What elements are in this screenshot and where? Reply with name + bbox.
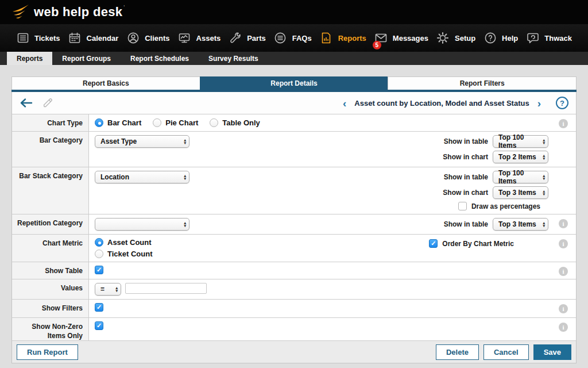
nav-item-help[interactable]: Help: [483, 32, 518, 45]
order-by-chart-metric-label: Order By Chart Metric: [442, 240, 514, 248]
thwack-icon: [526, 32, 539, 45]
select-value: Location: [100, 173, 129, 181]
nav-item-parts[interactable]: Parts: [229, 32, 266, 45]
nav-item-reports[interactable]: Reports: [320, 32, 366, 45]
info-icon[interactable]: i: [559, 219, 568, 228]
show-in-chart-label: Show in chart: [443, 153, 488, 161]
info-icon[interactable]: i: [559, 239, 568, 248]
show-table-checkbox[interactable]: ✓: [95, 266, 103, 274]
radio-icon: [95, 250, 103, 258]
radio-table-only[interactable]: Table Only: [210, 118, 260, 127]
nav-label: Calendar: [87, 34, 119, 43]
bar-stack-show-in-table-select[interactable]: Top 100 Items▴▾: [493, 171, 548, 183]
select-arrows-icon: ▴▾: [543, 190, 545, 195]
subnav-item-reports[interactable]: Reports: [7, 52, 52, 65]
tab-report-filters[interactable]: Report Filters: [388, 76, 577, 90]
delete-button[interactable]: Delete: [436, 344, 479, 360]
subnav-item-report-schedules[interactable]: Report Schedules: [121, 52, 199, 65]
order-by-chart-metric-checkbox[interactable]: ✓: [429, 239, 438, 248]
nav-label: Clients: [145, 34, 169, 43]
info-icon[interactable]: i: [559, 119, 568, 128]
show-non-zero-row: Show Non-Zero Items Only ✓ i: [12, 318, 576, 341]
subnav-item-survey-results[interactable]: Survey Results: [199, 52, 268, 65]
select-arrows-icon: ▴▾: [543, 139, 545, 144]
nav-label: FAQs: [292, 34, 312, 43]
nav-label: Reports: [338, 34, 366, 43]
check-icon: ✓: [431, 240, 436, 247]
nav-item-calendar[interactable]: Calendar: [68, 32, 119, 45]
radio-label: Ticket Count: [107, 250, 153, 258]
select-value: Top 100 Items: [498, 133, 539, 150]
nav-item-thwack[interactable]: Thwack: [526, 32, 572, 45]
draw-as-percentages-checkbox[interactable]: [458, 202, 467, 210]
tickets-icon: [16, 32, 29, 45]
show-table-row: Show Table ✓ i: [12, 262, 576, 279]
radio-selected-icon: [95, 238, 103, 247]
nav-item-setup[interactable]: Setup: [436, 32, 475, 45]
values-operator-select[interactable]: = ▴▾: [95, 283, 121, 296]
back-button[interactable]: [20, 97, 34, 109]
nav-item-assets[interactable]: Assets: [178, 32, 221, 45]
select-arrows-icon: ▴▾: [543, 221, 545, 227]
subnav-label: Report Groups: [62, 55, 111, 63]
show-in-chart-label: Show in chart: [443, 189, 488, 197]
run-report-button[interactable]: Run Report: [17, 344, 78, 360]
nav-label: Setup: [455, 34, 475, 43]
messages-icon: 5: [374, 32, 388, 45]
nav-item-messages[interactable]: 5 Messages: [374, 32, 428, 45]
bar-category-row: Bar Category Asset Type ▴▾ Show in table…: [12, 132, 576, 167]
bar-stack-category-label: Bar Stack Category: [12, 167, 89, 214]
bar-category-show-in-chart-select[interactable]: Top 2 Items▴▾: [493, 151, 548, 163]
next-report-icon[interactable]: ›: [537, 98, 541, 109]
show-in-table-label: Show in table: [444, 173, 488, 181]
help-button[interactable]: ?: [556, 97, 568, 109]
calendar-icon: [68, 32, 82, 45]
report-title: Asset count by Location, Model and Asset…: [354, 99, 529, 108]
info-icon[interactable]: i: [559, 304, 568, 313]
bar-category-show-in-table-select[interactable]: Top 100 Items▴▾: [493, 135, 548, 148]
radio-asset-count[interactable]: Asset Count: [95, 238, 153, 247]
radio-ticket-count[interactable]: Ticket Count: [95, 250, 153, 258]
nav-item-faqs[interactable]: FAQs: [274, 32, 312, 45]
bar-category-select[interactable]: Asset Type ▴▾: [95, 135, 189, 148]
radio-bar-chart[interactable]: Bar Chart: [95, 118, 141, 127]
subnav-label: Survey Results: [208, 55, 258, 63]
repetition-category-row: Repetition Category ▴▾ Show in table Top…: [12, 214, 576, 235]
show-in-table-label: Show in table: [444, 137, 488, 145]
radio-selected-icon: [95, 118, 103, 127]
select-value: Top 3 Items: [498, 220, 536, 228]
subnav-item-report-groups[interactable]: Report Groups: [52, 52, 121, 65]
repetition-show-in-table-select[interactable]: Top 3 Items▴▾: [493, 218, 548, 231]
clients-icon: [126, 32, 140, 45]
tab-label: Report Basics: [83, 79, 129, 87]
info-icon[interactable]: i: [559, 267, 568, 276]
cancel-button[interactable]: Cancel: [483, 344, 529, 360]
show-filters-checkbox[interactable]: ✓: [95, 303, 103, 312]
tab-report-details[interactable]: Report Details: [200, 76, 388, 90]
subnav-label: Reports: [17, 55, 42, 63]
bar-stack-category-select[interactable]: Location ▴▾: [95, 171, 189, 183]
radio-icon: [153, 118, 161, 127]
select-arrows-icon: ▴▾: [184, 221, 186, 227]
nav-item-tickets[interactable]: Tickets: [16, 32, 60, 45]
draw-as-percentages-label: Draw as percentages: [471, 202, 540, 210]
show-non-zero-checkbox[interactable]: ✓: [95, 321, 103, 330]
bar-stack-show-in-chart-select[interactable]: Top 3 Items▴▾: [493, 186, 548, 199]
setup-icon: [436, 32, 450, 45]
nav-item-clients[interactable]: Clients: [126, 32, 169, 45]
save-button[interactable]: Save: [533, 344, 571, 360]
edit-title-button[interactable]: [41, 97, 54, 109]
bar-stack-category-row: Bar Stack Category Location ▴▾ Show in t…: [12, 167, 576, 214]
top-bar: web help desk': [0, 0, 588, 24]
info-icon[interactable]: i: [559, 323, 568, 332]
tab-report-basics[interactable]: Report Basics: [11, 76, 200, 90]
values-input[interactable]: [125, 283, 207, 294]
previous-report-icon[interactable]: ‹: [343, 98, 346, 109]
radio-pie-chart[interactable]: Pie Chart: [153, 118, 198, 127]
chart-metric-radio-group: Asset Count Ticket Count: [95, 238, 153, 258]
nav-label: Thwack: [544, 34, 572, 43]
nav-label: Help: [502, 34, 518, 43]
show-non-zero-label: Show Non-Zero Items Only: [12, 318, 89, 340]
repetition-category-select[interactable]: ▴▾: [95, 218, 189, 231]
bar-category-label: Bar Category: [12, 132, 89, 167]
